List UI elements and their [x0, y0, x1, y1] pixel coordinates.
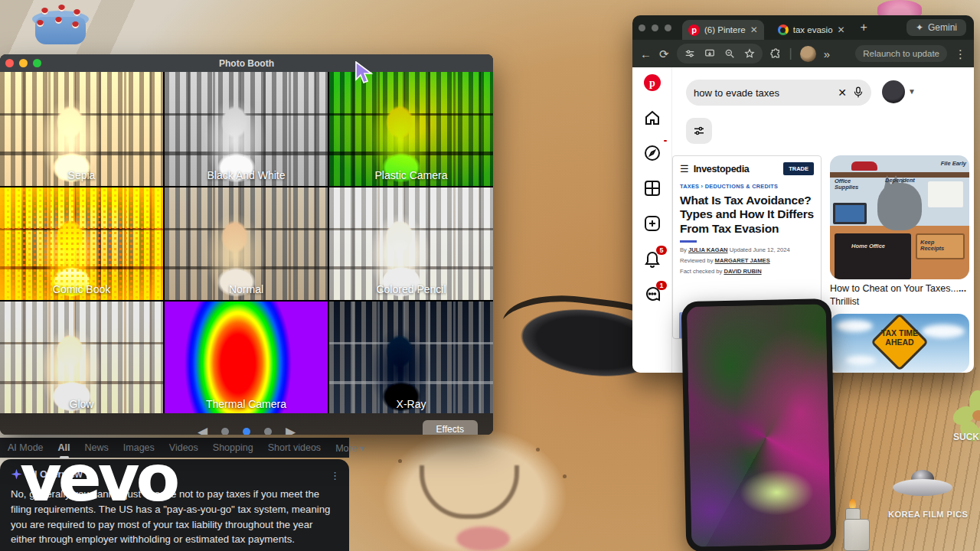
zoom-icon[interactable]	[724, 48, 735, 59]
drawer-dark	[835, 233, 911, 279]
effect-tile-black-and-white[interactable]: Black And White	[165, 72, 328, 186]
pin-source[interactable]: Thrillist	[830, 296, 859, 307]
clear-search-icon[interactable]: ✕	[838, 86, 847, 99]
account-avatar[interactable]	[882, 80, 905, 103]
tab-label: tax evasio	[793, 25, 833, 34]
create-icon[interactable]	[643, 214, 662, 233]
extensions-icon[interactable]	[770, 48, 782, 60]
gemini-button[interactable]: ✦ Gemini	[906, 19, 966, 36]
home-icon[interactable]	[643, 109, 662, 127]
minimize-button[interactable]	[652, 24, 658, 31]
whisker-dot	[398, 459, 402, 463]
zoom-button[interactable]	[665, 24, 671, 31]
sucker-text-sticker: SUCKERRRRRR	[953, 432, 980, 442]
tab-short-videos[interactable]: Short videos	[268, 439, 321, 456]
pin-tax-time-ahead[interactable]: TAX TIME AHEAD	[830, 314, 969, 373]
explore-icon[interactable]	[643, 144, 662, 162]
laptop	[833, 203, 867, 224]
whisker-dot	[536, 448, 540, 452]
pin-title[interactable]: How to Cheat on Your Taxes...	[830, 283, 969, 294]
effect-tile-x-ray[interactable]: X-Ray	[329, 302, 493, 415]
pager-dot-3[interactable]	[264, 428, 272, 435]
bookmark-star-icon[interactable]	[744, 48, 755, 59]
pager-prev-icon[interactable]: ◀	[198, 425, 207, 435]
tune-icon[interactable]	[684, 48, 695, 59]
trade-button: TRADE	[783, 162, 814, 175]
tab-close-icon[interactable]: ✕	[838, 24, 845, 35]
relaunch-to-update-button[interactable]: Relaunch to update	[855, 45, 947, 62]
effect-tile-comic-book[interactable]: Comic Book	[0, 187, 163, 300]
pink-plush-sticker	[877, 0, 922, 17]
tab-shopping[interactable]: Shopping	[213, 439, 253, 456]
chevron-down-icon[interactable]: ▼	[908, 87, 916, 96]
explore-dot-badge	[664, 140, 667, 142]
notifications-icon[interactable]: 5	[643, 249, 662, 268]
lighter-sticker	[839, 499, 874, 551]
gemini-sparkle-icon: ✦	[916, 22, 923, 33]
mic-icon[interactable]	[853, 86, 864, 99]
messages-badge: 1	[656, 281, 666, 290]
ufo-sticker	[893, 468, 952, 497]
effect-label: Glow	[0, 398, 163, 410]
cloud	[836, 320, 873, 332]
pinterest-favicon: p	[688, 24, 700, 36]
chrome-tabstrip: p (6) Pintere ✕ tax evasio ✕ + ✦ Gemini	[632, 15, 974, 40]
effects-button[interactable]: Effects	[423, 420, 478, 435]
menu-dots-icon[interactable]: ⋮	[955, 48, 966, 60]
install-icon[interactable]	[704, 48, 715, 59]
pin-more-icon[interactable]: ...	[959, 283, 966, 294]
effect-tile-thermal-camera[interactable]: Thermal Camera	[165, 302, 328, 415]
tune-icon	[693, 125, 705, 137]
chrome-toolbar: ← ⟳ | » Relaunch to update ⋮	[632, 40, 974, 67]
investopedia-logo: Investopedia	[694, 164, 750, 174]
tab-close-icon[interactable]: ✕	[750, 24, 758, 35]
effect-tile-sepia[interactable]: Sepia	[0, 72, 163, 186]
close-button[interactable]	[639, 24, 645, 31]
ai-overview-menu-icon[interactable]: ⋮	[330, 470, 340, 481]
google-favicon	[778, 24, 789, 35]
cake-sticker	[29, 3, 93, 47]
photo-booth-titlebar[interactable]: Photo Booth	[0, 54, 493, 72]
korea-film-pics-text: KOREA FILM PICS	[888, 510, 968, 519]
label-office-supplies: Office Supplies	[835, 178, 865, 191]
effect-label: Colored Pencil	[329, 283, 493, 295]
breadcrumb: TAXES › DEDUCTIONS & CREDITS	[680, 183, 814, 190]
tab-pinterest[interactable]: p (6) Pintere ✕	[682, 20, 764, 40]
filter-button[interactable]	[686, 118, 712, 144]
effect-tile-colored-pencil[interactable]: Colored Pencil	[329, 187, 493, 300]
boards-icon[interactable]	[643, 179, 662, 197]
profile-avatar[interactable]	[800, 46, 816, 62]
headline-underline	[680, 240, 697, 243]
effect-tile-normal[interactable]: Normal	[165, 187, 328, 300]
cloud	[922, 324, 965, 338]
photo-booth-controls: ◀ ▶ Effects	[0, 413, 493, 435]
tab-more[interactable]: More ▾	[335, 439, 364, 457]
back-icon[interactable]: ←	[640, 48, 652, 60]
reload-icon[interactable]: ⟳	[659, 48, 669, 60]
whisker-dot	[563, 474, 567, 478]
cat-chin	[456, 527, 510, 551]
pinterest-logo-icon[interactable]: p	[643, 73, 662, 92]
overflow-icon[interactable]: »	[824, 48, 830, 60]
search-input[interactable]	[694, 87, 808, 99]
tab-label: (6) Pintere	[704, 25, 746, 34]
label-file-early: File Early	[941, 160, 966, 167]
pin-cheat-taxes-illustration[interactable]: File Early Dependent Office Supplies Hom…	[830, 155, 969, 279]
tab-tax-evasion[interactable]: tax evasio ✕	[772, 20, 851, 40]
toy-car	[851, 161, 877, 171]
article-headline: What Is Tax Avoidance? Types and How It …	[680, 194, 814, 236]
new-tab-button[interactable]: +	[861, 21, 867, 34]
byline: By JULIA KAGAN Updated June 12, 2024	[680, 246, 814, 253]
search-bar[interactable]: ✕	[686, 80, 871, 106]
mouse-cursor	[354, 61, 374, 84]
toolbar-pill	[677, 44, 763, 64]
pager-next-icon[interactable]: ▶	[286, 425, 296, 435]
gemini-label: Gemini	[928, 22, 957, 33]
pager-dot-1[interactable]	[221, 428, 229, 435]
effect-tile-plastic-camera[interactable]: Plastic Camera	[329, 72, 493, 186]
pager-dot-2-active[interactable]	[243, 428, 250, 435]
effect-tile-glow[interactable]: Glow	[0, 302, 163, 415]
photo-booth-window: Photo Booth Sepia Black And White Plasti…	[0, 54, 493, 435]
messages-icon[interactable]: 1	[643, 285, 662, 303]
effect-label: Plastic Camera	[329, 169, 493, 181]
